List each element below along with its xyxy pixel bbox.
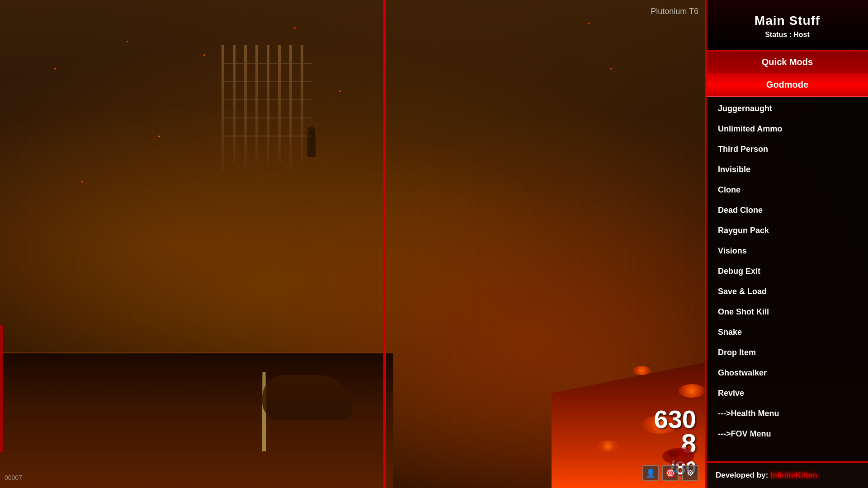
ember-particle bbox=[54, 68, 56, 70]
menu-item-one-shot-kill[interactable]: One Shot Kill bbox=[707, 302, 868, 322]
menu-item-third-person[interactable]: Third Person bbox=[707, 139, 868, 160]
menu-item-clone[interactable]: Clone bbox=[707, 180, 868, 200]
lava-spot bbox=[678, 384, 705, 398]
fence bbox=[222, 45, 312, 172]
ember-particle bbox=[294, 27, 296, 29]
menu-item-dead-clone[interactable]: Dead Clone bbox=[707, 200, 868, 221]
category-header[interactable]: Quick Mods bbox=[707, 52, 868, 74]
hud-icon-1: 👤 bbox=[642, 465, 659, 481]
category-label: Quick Mods bbox=[716, 57, 859, 67]
menu-title: Main Stuff bbox=[716, 14, 859, 28]
menu-item-debug-exit[interactable]: Debug Exit bbox=[707, 261, 868, 282]
lava-spot bbox=[597, 441, 619, 452]
ember-particle bbox=[158, 136, 160, 137]
svg-point-1 bbox=[678, 447, 692, 456]
blood-splatter bbox=[660, 429, 696, 465]
ember-particle bbox=[610, 68, 612, 70]
ember-particle bbox=[81, 181, 83, 183]
watermark: Plutonium T6 bbox=[651, 7, 698, 16]
person-body bbox=[307, 132, 316, 157]
hud-icons: 👤 🎯 ⚙ bbox=[642, 465, 698, 481]
menu-item-save-load[interactable]: Save & Load bbox=[707, 282, 868, 302]
hud-icon-3: ⚙ bbox=[682, 465, 698, 481]
menu-item-ghostwalker[interactable]: Ghostwalker bbox=[707, 363, 868, 383]
ember-particle bbox=[127, 41, 128, 42]
hud-icon-2: 🎯 bbox=[662, 465, 679, 481]
menu-item-drop-item[interactable]: Drop Item bbox=[707, 343, 868, 363]
menu-item-visions[interactable]: Visions bbox=[707, 241, 868, 261]
menu-panel: Main Stuff Status : Host Quick Mods Godm… bbox=[705, 0, 868, 488]
ground-surface bbox=[0, 352, 393, 488]
menu-item-revive[interactable]: Revive bbox=[707, 383, 868, 404]
developed-by-label: Developed by: bbox=[716, 471, 768, 479]
ember-particle bbox=[203, 54, 205, 56]
menu-items-list: JuggernaughtUnlimited AmmoThird PersonIn… bbox=[707, 97, 868, 461]
developer-name: InfiniteKitten bbox=[770, 471, 817, 479]
menu-footer: Developed by: InfiniteKitten bbox=[707, 461, 868, 488]
menu-status: Status : Host bbox=[716, 31, 859, 39]
game-timer: 00007 bbox=[5, 474, 22, 481]
ember-particle bbox=[339, 90, 341, 92]
menu-item-raygun-pack[interactable]: Raygun Pack bbox=[707, 221, 868, 241]
menu-header: Main Stuff Status : Host bbox=[707, 0, 868, 52]
health-bar bbox=[0, 325, 3, 452]
ember-particle bbox=[588, 23, 590, 24]
menu-item--fov-menu[interactable]: --->FOV Menu bbox=[707, 424, 868, 444]
selected-menu-item[interactable]: Godmode bbox=[707, 74, 868, 97]
svg-point-2 bbox=[668, 450, 679, 458]
menu-item-snake[interactable]: Snake bbox=[707, 322, 868, 343]
menu-item--health-menu[interactable]: --->Health Menu bbox=[707, 404, 868, 424]
selected-item-label: Godmode bbox=[716, 80, 859, 90]
menu-item-juggernaught[interactable]: Juggernaught bbox=[707, 99, 868, 119]
menu-item-invisible[interactable]: Invisible bbox=[707, 160, 868, 180]
lava-spot bbox=[633, 366, 651, 375]
person-silhouette bbox=[307, 127, 316, 157]
menu-left-border bbox=[383, 0, 386, 488]
menu-item-unlimited-ammo[interactable]: Unlimited Ammo bbox=[707, 119, 868, 139]
